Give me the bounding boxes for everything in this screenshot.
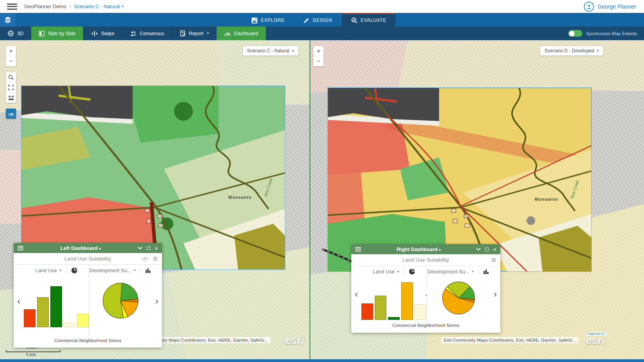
maximize-icon[interactable] [147,246,150,250]
toggle-knob [569,31,575,36]
main-menu-icon[interactable] [7,4,17,10]
right-dashboard-window: Right Dashboard ▾ × Land Use Suitability… [351,244,500,333]
measure-button[interactable] [6,93,16,103]
map-label-city: Monsanto [535,197,558,202]
swipe-icon [91,31,98,36]
left-dashboard-section: Land Use Suitability ⚙ [14,253,162,265]
close-icon[interactable]: × [155,245,158,251]
zoom-out-button[interactable]: − [6,56,16,66]
gear-icon[interactable]: ⚙ [153,256,158,262]
map-attribution-right: Esri Community Maps Contributors, Esri, … [441,337,578,343]
scenario-selector-right-label: Scenario D - Developed [544,48,594,53]
swipe-button[interactable]: Swipe [83,27,122,40]
minimize-icon[interactable] [476,248,481,251]
scenario-breadcrumb-label: Scenario C - Natural [74,4,120,9]
carousel-prev-button[interactable]: ‹ [14,265,24,338]
nav-bar: EXPLORE DESIGN EVALUATE [0,13,644,27]
window-buttons: × [138,245,158,251]
land-use-bar-chart[interactable] [361,279,426,320]
scenario-selector-right[interactable]: Scenario D - Developed ▾ [540,46,603,56]
side-by-side-button-label: Side by Side [48,31,75,36]
dashboard-button-label: Dashboard [234,31,258,36]
gear-icon[interactable]: ⚙ [491,257,496,263]
land-use-selector-label: Land Use [35,267,57,273]
chevron-down-icon: ▾ [122,5,124,8]
tab-evaluate-label: EVALUATE [361,18,386,23]
scale-line [6,350,60,352]
toolbar-spacer [266,27,568,40]
close-icon[interactable]: × [493,246,496,252]
user-menu[interactable]: George Planner [584,2,636,12]
development-suitability-widget: Development Su... ▾ [427,266,490,323]
map-dashboard-button[interactable] [6,109,16,119]
swipe-button-label: Swipe [101,31,114,36]
esri-logo-left: esri [285,336,304,345]
development-suitability-selector[interactable]: Development Su... ▾ [89,267,135,273]
tab-explore[interactable]: EXPLORE [242,13,294,27]
bottom-strip [0,359,644,362]
development-suitability-selector[interactable]: Development Su... ▾ [427,269,473,275]
expand-arrows-icon [8,85,14,90]
report-button[interactable]: Report ▾ [172,27,217,40]
land-use-selector[interactable]: Land Use ▾ [373,269,399,275]
avatar [584,2,594,12]
tab-design-label: DESIGN [313,18,332,23]
dashboard-menu-icon[interactable] [355,247,361,251]
explore-icon [252,18,258,23]
development-suitability-pie-chart[interactable] [441,281,476,315]
measure-icon [8,95,14,100]
full-extent-button[interactable] [6,82,16,93]
maximize-icon[interactable] [485,248,489,251]
sync-extents-toggle[interactable] [568,30,582,37]
side-by-side-button[interactable]: Side by Side [31,27,83,40]
consensus-button-label: Consensus [140,31,164,36]
carousel-next-button[interactable]: › [152,265,162,338]
zoom-in-button[interactable]: + [313,46,324,56]
scenario-breadcrumb[interactable]: Scenario C - Natural ▾ [74,4,123,9]
section-title: Land Use Suitability [14,256,162,262]
left-dashboard-header[interactable]: Left Dashboard ▾ × [14,243,162,253]
chevron-down-icon: ▾ [472,270,474,273]
section-title: Land Use Suitability [351,257,500,263]
land-use-selector[interactable]: Land Use ▾ [35,267,61,273]
tab-design[interactable]: DESIGN [294,13,342,27]
chevron-down-icon: ▾ [597,49,599,53]
development-suitability-selector-label: Development Su... [89,267,131,273]
right-dashboard-title[interactable]: Right Dashboard ▾ [361,246,476,252]
chevron-down-icon: ▾ [439,248,441,252]
collapse-chevrons-icon[interactable]: « [425,290,429,300]
esri-logo-text: esri [285,336,304,345]
chevron-down-icon: ▾ [292,49,294,53]
dashboard-button[interactable]: Dashboard [217,27,266,40]
people-icon [130,31,136,36]
consensus-button[interactable]: Consensus [122,27,172,40]
minimize-icon[interactable] [138,246,142,250]
tab-evaluate[interactable]: EVALUATE [342,13,396,27]
gauge-icon [8,111,14,116]
pie-chart-type-icon[interactable] [71,267,77,273]
left-dashboard-title[interactable]: Left Dashboard ▾ [23,245,138,251]
carousel-prev-button[interactable]: ‹ [351,266,361,323]
scenario-selector-left[interactable]: Scenario C - Natural ▾ [242,46,299,56]
zoom-out-button[interactable]: − [313,56,324,66]
layers-icon [4,17,11,23]
zoom-in-button[interactable]: + [6,46,16,56]
search-button[interactable] [6,72,16,82]
map-label-city: Monsanto [228,195,252,200]
pie-chart-type-icon[interactable] [409,269,415,275]
land-use-bar-chart[interactable] [24,280,89,327]
layers-button[interactable] [0,13,16,27]
breadcrumb: GeoPlanner Demo / Scenario C - Natural ▾ [24,4,124,9]
3d-button[interactable]: 3D [0,27,31,40]
bar-chart-type-icon[interactable] [484,269,489,274]
widget-divider [89,265,89,338]
land-use-widget: Land Use ▾ [24,265,89,338]
development-suitability-pie-chart[interactable] [102,282,139,319]
dashboard-menu-icon[interactable] [18,246,23,250]
right-dashboard-header[interactable]: Right Dashboard ▾ × [351,244,500,254]
carousel-next-button[interactable]: › [490,266,500,323]
visibility-off-icon[interactable] [142,257,148,261]
bar-chart-type-icon[interactable] [146,268,151,273]
scale-mi-label: 0.4mi [26,353,72,357]
land-use-widget: Land Use ▾ [361,266,426,323]
